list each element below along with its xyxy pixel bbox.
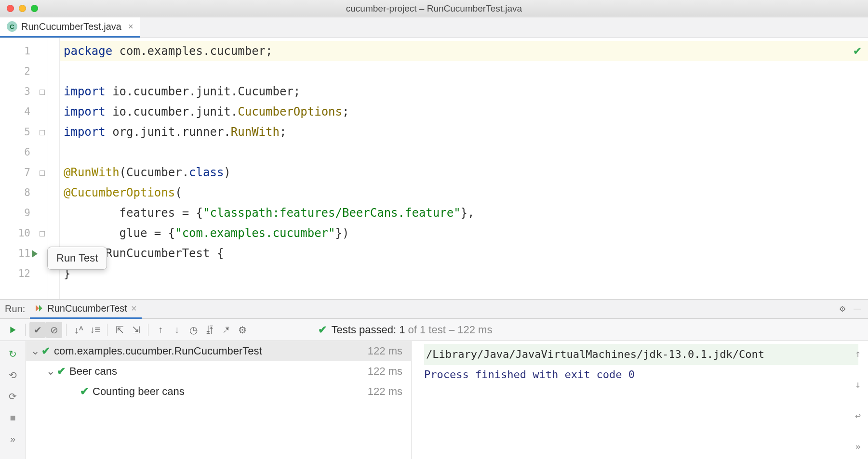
window-title: cucumber-project – RunCucumberTest.java [0, 3, 868, 14]
line-number: 3 [0, 81, 48, 102]
run-tool-body: ↻ ⟲ ⟳ ■ » ⌄ ✔ com.examples.cucumber.RunC… [0, 341, 868, 459]
window-titlebar: cucumber-project – RunCucumberTest.java [0, 0, 868, 17]
toggle-auto-icon[interactable]: ⟳ [6, 389, 20, 404]
soft-wrap-icon[interactable]: ↩ [855, 406, 861, 425]
sort-duration-icon[interactable]: ↓≡ [87, 322, 103, 338]
test-node-feature[interactable]: ⌄ ✔ Beer cans 122 ms [26, 361, 411, 381]
export-tests-icon[interactable]: ⭷ [218, 322, 234, 338]
separator [66, 324, 67, 336]
editor-tab-label: RunCucumberTest.java [21, 21, 121, 32]
code-editor[interactable]: 1 2 3 4 5 6 7 8 9 10 11 12 ✔ package com… [0, 38, 868, 300]
code-line [60, 61, 868, 81]
test-history-icon[interactable]: ◷ [185, 322, 201, 338]
line-number: 2 [0, 61, 48, 81]
console-output[interactable]: /Library/Java/JavaVirtualMachines/jdk-13… [412, 341, 868, 459]
code-line: class RunCucumberTest { [60, 243, 868, 263]
more-icon[interactable]: » [855, 437, 861, 456]
hide-tool-window-icon[interactable]: — [854, 304, 861, 314]
console-line: /Library/Java/JavaVirtualMachines/jdk-13… [424, 344, 858, 365]
run-tool-header: Run: RunCucumberTest × ⚙ — [0, 300, 868, 319]
line-number: 4 [0, 102, 48, 122]
console-scroll-buttons: ↑ ↓ ↩ » [851, 344, 865, 456]
code-line: import io.cucumber.junit.CucumberOptions… [60, 102, 868, 122]
settings-icon[interactable]: ⚙ [839, 304, 846, 314]
cucumber-file-icon: C [7, 21, 17, 32]
check-icon: ✔ [318, 324, 327, 336]
code-line: package com.examples.cucumber; [60, 41, 868, 61]
run-label: Run: [5, 303, 25, 315]
separator [25, 324, 26, 336]
console-line: Process finished with exit code 0 [424, 365, 858, 384]
chevron-down-icon[interactable]: ⌄ [46, 365, 57, 378]
line-number: 5 [0, 122, 48, 142]
line-number: 8 [0, 183, 48, 203]
code-line: } [60, 263, 868, 284]
chevron-down-icon[interactable]: ⌄ [31, 345, 41, 357]
code-line [60, 142, 868, 162]
gutter: 1 2 3 4 5 6 7 8 9 10 11 12 [0, 38, 48, 299]
rerun-failed-icon[interactable]: ⟲ [6, 368, 20, 382]
inspection-ok-icon[interactable]: ✔ [854, 43, 861, 57]
run-config-tab[interactable]: RunCucumberTest × [30, 300, 141, 319]
line-number: 7 [0, 162, 48, 183]
test-node-scenario[interactable]: ✔ Counting beer cans 122 ms [26, 381, 411, 402]
editor-tab-runcucumbertest[interactable]: C RunCucumberTest.java × [0, 17, 140, 38]
run-toolbar: ✔ ⊘ ↓ᴬ ↓≡ ⇱ ⇲ ↑ ↓ ◷ ⭿ ⭷ ⚙ ✔ Tests passed… [0, 319, 868, 341]
pass-icon: ✔ [41, 345, 50, 357]
run-config-name: RunCucumberTest [47, 303, 127, 314]
code-line: @CucumberOptions( [60, 183, 868, 203]
import-tests-icon[interactable]: ⭿ [201, 322, 218, 338]
show-ignored-icon[interactable]: ⊘ [46, 322, 62, 338]
line-number: 10 [0, 223, 48, 243]
run-test-tooltip[interactable]: Run Test [47, 247, 107, 270]
collapse-all-icon[interactable]: ⇲ [128, 322, 144, 338]
separator [148, 324, 148, 336]
expand-all-icon[interactable]: ⇱ [111, 322, 128, 338]
close-run-tab-icon[interactable]: × [131, 303, 137, 314]
test-settings-icon[interactable]: ⚙ [234, 322, 251, 338]
code-line: glue = {"com.examples.cucumber"}) [60, 223, 868, 243]
test-run-icon [35, 304, 43, 313]
test-summary: ✔ Tests passed: 1 of 1 test – 122 ms [318, 324, 493, 336]
line-number: 6 [0, 142, 48, 162]
separator [107, 324, 107, 336]
pass-icon: ✔ [57, 365, 66, 378]
code-area[interactable]: ✔ package com.examples.cucumber; import … [60, 38, 868, 299]
run-play-icon[interactable] [5, 322, 21, 338]
editor-tab-strip: C RunCucumberTest.java × [0, 17, 868, 38]
sort-alpha-icon[interactable]: ↓ᴬ [70, 322, 87, 338]
pass-icon: ✔ [80, 385, 89, 398]
next-failed-icon[interactable]: ↓ [169, 322, 185, 338]
code-line: import org.junit.runner.RunWith; [60, 122, 868, 142]
run-side-buttons: ↻ ⟲ ⟳ ■ » [0, 341, 26, 459]
rerun-icon[interactable]: ↻ [6, 347, 20, 361]
code-line: @RunWith(Cucumber.class) [60, 162, 868, 183]
show-passed-icon[interactable]: ✔ [29, 322, 46, 338]
test-node-root[interactable]: ⌄ ✔ com.examples.cucumber.RunCucumberTes… [26, 341, 411, 361]
line-number: 1 [0, 41, 48, 61]
code-line: import io.cucumber.junit.Cucumber; [60, 81, 868, 102]
code-line: features = {"classpath:features/BeerCans… [60, 203, 868, 223]
scroll-down-icon[interactable]: ↓ [855, 375, 861, 394]
line-number: 9 [0, 203, 48, 223]
prev-failed-icon[interactable]: ↑ [152, 322, 169, 338]
more-icon[interactable]: » [6, 432, 20, 446]
stop-icon[interactable]: ■ [6, 410, 20, 425]
line-number: 12 [0, 263, 48, 284]
test-tree[interactable]: ⌄ ✔ com.examples.cucumber.RunCucumberTes… [26, 341, 412, 459]
run-gutter-icon[interactable]: 11 [0, 243, 48, 263]
scroll-up-icon[interactable]: ↑ [855, 344, 861, 363]
close-tab-icon[interactable]: × [128, 22, 134, 32]
